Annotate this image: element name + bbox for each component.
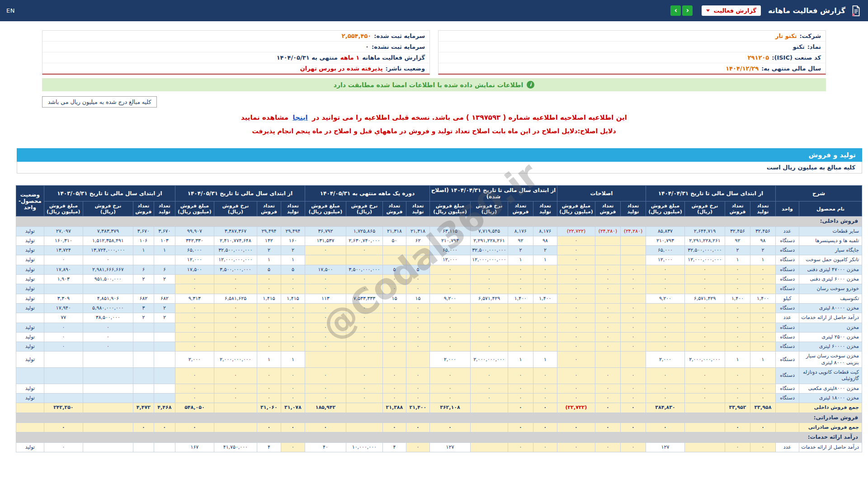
value-cell: ۰ (470, 393, 508, 403)
value-cell: ۰ (175, 423, 214, 432)
product-name-cell: مخزن ۶۰۰۰ لیتری دفنی (799, 275, 862, 284)
value-cell: ۰ (83, 255, 133, 265)
value-cell: ۰ (429, 393, 470, 403)
value-cell: ۰ (429, 368, 470, 384)
value-cell (684, 443, 725, 452)
amendment-reason: دلایل اصلاح:دلایل اصلاح در این ماه بابت … (0, 127, 868, 135)
value-cell: ۲ (533, 246, 557, 255)
value-cell (346, 255, 382, 265)
product-status-cell (16, 313, 44, 323)
product-name-cell: تلمبه ها و دیسپنسرها (799, 236, 862, 245)
value-cell: ۰ (646, 284, 684, 294)
value-cell: ۶,۵۷۱,۴۲۹ (684, 294, 725, 303)
value-cell: ۰ (257, 393, 281, 403)
value-cell: ۵,۹۸۰,۰۰۰,۰۰۰ (83, 303, 133, 313)
product-name-cell: تانکر کامیون حمل سوخت (799, 255, 862, 265)
value-cell: ۰ (533, 303, 557, 313)
value-cell: ۱,۴۰۰ (533, 294, 557, 303)
value-cell: ۰ (175, 384, 214, 393)
value-cell: ۰ (725, 332, 750, 342)
value-cell: ۰ (346, 303, 382, 313)
total-row: جمع فروش داخلی۳۳,۹۵۸۳۳,۹۵۲۳۸۴,۸۳۰۰۰(۲۲,۷… (16, 403, 862, 413)
value-cell: ۲ (508, 246, 533, 255)
value-cell (382, 352, 406, 368)
value-cell: ۵ (257, 265, 281, 274)
value-cell (620, 352, 646, 368)
value-cell: ۰ (470, 284, 508, 294)
value-cell (406, 246, 429, 255)
value-cell: ۰ (305, 313, 346, 323)
value-cell (133, 284, 154, 294)
value-cell: ۰ (595, 403, 620, 413)
value-cell: ۱ (281, 352, 305, 368)
info-value: ۱۴۰۴/۱۲/۲۹ (726, 65, 759, 72)
value-cell: ۰ (382, 423, 406, 432)
value-cell: ۰ (257, 284, 281, 294)
value-cell: ۰ (684, 313, 725, 323)
page-title: گزارش فعالیت ماهانه (768, 6, 845, 15)
value-cell: ۹,۳۱۳ (175, 294, 214, 303)
value-cell: ۰ (175, 323, 214, 332)
value-cell (154, 443, 175, 452)
value-cell: ۰ (725, 443, 750, 452)
product-status-cell: تولید (16, 332, 44, 342)
report-type-dropdown[interactable]: گزارش فعالیت (702, 5, 761, 16)
value-cell: ۰ (595, 384, 620, 393)
product-row: تانکر کامیون حمل سوختدستگاه۱۱۱۲,۰۰۰,۰۰۰,… (16, 255, 862, 265)
value-cell: (۲۲,۷۲۲) (557, 226, 595, 236)
value-cell: ۰ (257, 384, 281, 393)
column-header: تعداد فروش (725, 202, 750, 216)
value-cell: ۱۲,۰۰۰,۰۰۰,۰۰۰ (214, 255, 257, 265)
product-name-cell: جایگاه سیار (799, 246, 862, 255)
value-cell: ۱ (750, 352, 775, 368)
value-cell: ۰ (725, 323, 750, 332)
value-cell: ۰ (725, 384, 750, 393)
info-value: ۱ ماهه (340, 54, 359, 61)
info-row: گزارش فعالیت ماهانه۱ ماههمنتهی به ۱۴۰۴/۰… (42, 52, 429, 63)
value-cell: ۰ (346, 284, 382, 294)
value-cell: ۳۲,۴۵۶ (750, 226, 775, 236)
value-cell: ۱۸۵,۹۴۲ (305, 403, 346, 413)
value-cell: ۰ (346, 332, 382, 342)
language-toggle-en[interactable]: EN (6, 7, 15, 14)
value-cell: ۹۸ (533, 236, 557, 245)
value-cell: ۴۱,۷۵۰,۰۰۰ (214, 443, 257, 452)
info-value: ۰ (365, 43, 369, 50)
product-status-cell (16, 368, 44, 384)
value-cell: ۰ (533, 368, 557, 384)
info-value: تکنو تار (775, 33, 797, 39)
value-cell: ۰ (508, 275, 533, 284)
value-cell: ۱۲,۰۰۰ (175, 255, 214, 265)
value-cell (133, 332, 154, 342)
value-cell: ۰ (508, 313, 533, 323)
product-status-cell: تولید (16, 443, 44, 452)
value-cell: ۳۲,۵۰۰,۰۰۰,۰۰۰ (470, 246, 508, 255)
value-cell: ۳۸۴,۸۳۰ (646, 403, 684, 413)
info-suffix: منتهی به ۱۴۰۴/۰۵/۳۱ (277, 54, 338, 61)
value-cell: ۹۲ (725, 236, 750, 245)
value-cell (470, 423, 508, 432)
value-cell: ۳۸,۵۰۰,۰۰۰ (83, 313, 133, 323)
value-cell: ۰ (214, 332, 257, 342)
value-cell: ۰ (557, 323, 595, 332)
value-cell: ۰ (257, 368, 281, 384)
unit-cell: دستگاه (775, 255, 799, 265)
value-cell: ۰ (684, 368, 725, 384)
next-report-button[interactable]: › (682, 5, 693, 16)
product-row: مخزن ۴۷۰۰۰ لیتری دفنیدستگاه۰۰۰۰۰۰۰۰۰۰۰۵۵… (16, 265, 862, 274)
value-cell: ۱۲۷ (429, 443, 470, 452)
unit-cell: دستگاه (775, 342, 799, 352)
value-cell: ۰ (429, 265, 470, 274)
value-cell: ۰ (470, 332, 508, 342)
value-cell: ۰ (646, 323, 684, 332)
prev-report-button[interactable]: ‹ (670, 5, 681, 16)
value-cell: ۱۳,۷۲۴,۰۰۰,۰۰۰ (83, 246, 133, 255)
value-cell: ۰ (175, 393, 214, 403)
value-cell: ۲۴۲,۲۵۰ (44, 403, 83, 413)
previous-report-link[interactable]: اینجا (292, 113, 307, 122)
product-name-cell: مخزن ۲۵۰۰ لیتری (799, 332, 862, 342)
value-cell: ۱ (257, 255, 281, 265)
column-header: تعداد تولید (620, 202, 646, 216)
value-cell (44, 384, 83, 393)
value-cell: ۶۲ (406, 236, 429, 245)
